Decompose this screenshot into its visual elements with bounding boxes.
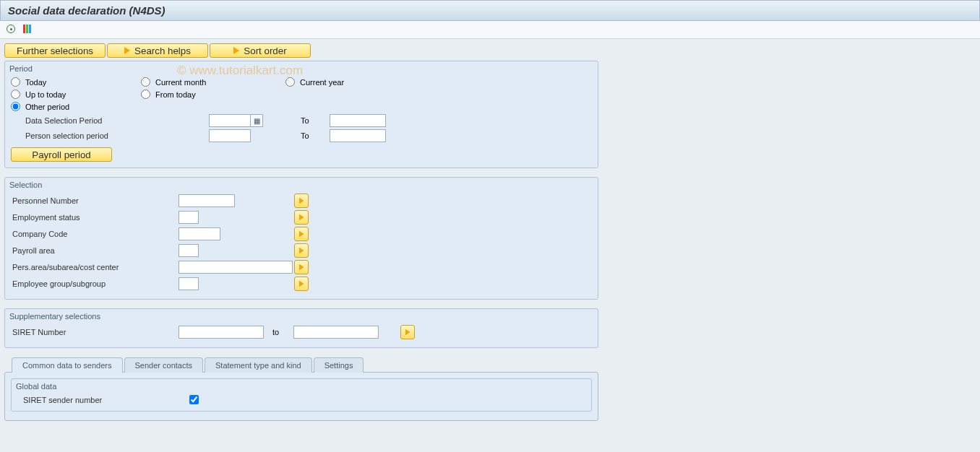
selection-multi-button[interactable] — [294, 194, 309, 208]
tab-sender-contacts[interactable]: Sender contacts — [124, 357, 204, 373]
payroll-period-label: Payroll period — [32, 149, 91, 160]
period-radio-row3: Other period — [11, 102, 592, 111]
tab-common[interactable]: Common data to senders — [12, 357, 123, 373]
selection-row: Employee group/subgroup — [11, 277, 592, 291]
radio-curyear-label: Current year — [300, 78, 344, 87]
selection-input[interactable] — [179, 211, 199, 224]
radio-other-label: Other period — [25, 103, 69, 111]
arrow-right-icon — [299, 248, 304, 253]
search-helps-label: Search helps — [134, 45, 191, 56]
selection-label: Pers.area/subarea/cost center — [11, 263, 179, 271]
arrow-right-icon — [299, 214, 304, 220]
tab-sender-contacts-label: Sender contacts — [135, 361, 193, 370]
arrow-right-icon — [299, 264, 304, 270]
selection-title: Selection — [9, 181, 592, 189]
supplementary-title: Supplementary selections — [9, 312, 592, 321]
tab-settings-label: Settings — [324, 361, 353, 370]
arrow-right-icon — [405, 329, 410, 335]
period-radio-row1: Today Current month Current year — [11, 77, 592, 87]
data-sel-from-input[interactable] — [209, 114, 251, 127]
radio-today[interactable]: Today — [11, 77, 134, 87]
siret-sender-checkbox[interactable] — [189, 395, 199, 404]
sort-order-button[interactable]: Sort order — [210, 43, 311, 58]
sort-order-label: Sort order — [244, 45, 286, 56]
arrow-right-icon — [299, 198, 304, 204]
execute-icon[interactable] — [6, 24, 17, 35]
arrow-right-icon — [299, 231, 304, 237]
siret-to-input[interactable] — [293, 326, 379, 339]
selection-multi-button[interactable] — [294, 243, 309, 258]
radio-fromtoday-label: From today — [155, 90, 196, 99]
period-radio-row2: Up to today From today — [11, 90, 592, 99]
tabs-wrap: Common data to senders Sender contacts S… — [4, 357, 598, 421]
selection-input[interactable] — [179, 277, 199, 290]
person-sel-row: Person selection period To — [11, 129, 592, 142]
siret-from-input[interactable] — [179, 326, 264, 339]
selection-label: Company Code — [11, 230, 179, 238]
radio-upto-input[interactable] — [11, 90, 20, 99]
selection-multi-button[interactable] — [294, 277, 309, 291]
siret-to-label: to — [272, 328, 279, 336]
period-title: Period — [9, 64, 592, 73]
radio-other[interactable]: Other period — [11, 102, 69, 111]
selection-input[interactable] — [179, 227, 220, 240]
arrow-right-icon — [299, 281, 304, 287]
selection-row: Payroll area — [11, 243, 592, 258]
payroll-period-button[interactable]: Payroll period — [11, 147, 112, 162]
app-toolbar — [0, 21, 980, 39]
title-bar: Social data declaration (N4DS) — [0, 0, 980, 21]
selection-label: Personnel Number — [11, 196, 179, 205]
further-selections-button[interactable]: Further selections — [4, 43, 106, 58]
search-helps-button[interactable]: Search helps — [107, 43, 208, 58]
tab-panel: Global data SIRET sender number — [4, 372, 598, 421]
selection-input[interactable] — [179, 194, 235, 207]
radio-today-label: Today — [25, 78, 46, 87]
radio-other-input[interactable] — [11, 102, 20, 111]
radio-upto-label: Up to today — [25, 90, 66, 99]
tabs: Common data to senders Sender contacts S… — [4, 357, 598, 372]
selection-group: Selection Personnel NumberEmployment sta… — [4, 177, 598, 300]
tab-common-label: Common data to senders — [22, 361, 112, 370]
radio-fromtoday-input[interactable] — [141, 90, 150, 99]
siret-sender-row: SIRET sender number — [17, 395, 585, 404]
selection-multi-button[interactable] — [294, 227, 309, 241]
global-data-title: Global data — [16, 382, 585, 391]
selection-multi-button[interactable] — [294, 210, 309, 225]
person-sel-from-input[interactable] — [209, 129, 251, 142]
siret-label: SIRET Number — [11, 328, 179, 336]
radio-upto[interactable]: Up to today — [11, 90, 134, 99]
selection-input[interactable] — [179, 261, 293, 274]
variant-icon[interactable] — [22, 24, 34, 35]
tab-statement[interactable]: Statement type and kind — [205, 357, 312, 373]
radio-curyear-input[interactable] — [285, 77, 295, 87]
radio-today-input[interactable] — [11, 77, 20, 87]
selection-row: Pers.area/subarea/cost center — [11, 260, 592, 274]
period-group: Period Today Current month Current year … — [4, 61, 598, 168]
selection-label: Employment status — [11, 213, 179, 222]
radio-curyear[interactable]: Current year — [285, 77, 416, 87]
person-sel-label: Person selection period — [11, 131, 209, 140]
selection-row: Employment status — [11, 210, 592, 225]
tab-settings[interactable]: Settings — [314, 357, 364, 373]
siret-multi-button[interactable] — [400, 325, 415, 339]
arrow-right-icon — [124, 47, 130, 54]
further-selections-label: Further selections — [17, 45, 93, 56]
data-sel-to-input[interactable] — [330, 114, 386, 127]
radio-fromtoday[interactable]: From today — [141, 90, 278, 99]
top-button-row: Further selections Search helps Sort ord… — [4, 43, 976, 58]
data-sel-row: Data Selection Period ▦ To — [11, 114, 592, 127]
radio-curmonth-input[interactable] — [141, 77, 150, 87]
selection-input[interactable] — [179, 244, 199, 257]
selection-label: Employee group/subgroup — [11, 279, 179, 288]
person-sel-to-input[interactable] — [330, 129, 386, 142]
radio-curmonth[interactable]: Current month — [141, 77, 278, 87]
arrow-right-icon — [233, 47, 239, 54]
tab-statement-label: Statement type and kind — [215, 361, 301, 370]
siret-sender-label: SIRET sender number — [17, 396, 189, 404]
selection-row: Company Code — [11, 227, 592, 241]
selection-multi-button[interactable] — [294, 260, 309, 274]
data-sel-to-label: To — [301, 116, 330, 125]
date-picker-icon[interactable]: ▦ — [251, 114, 263, 127]
data-sel-label: Data Selection Period — [11, 116, 209, 125]
radio-curmonth-label: Current month — [155, 78, 206, 87]
